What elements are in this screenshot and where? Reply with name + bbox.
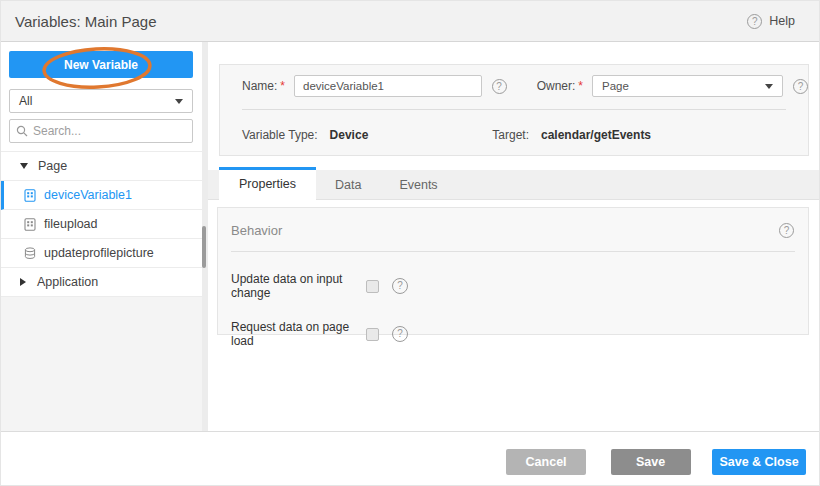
scrollbar-thumb[interactable] bbox=[202, 226, 206, 268]
target-value: calendar/getEvents bbox=[541, 128, 651, 142]
tree-item-devicevariable1[interactable]: deviceVariable1 bbox=[1, 181, 202, 210]
target-label: Target: bbox=[492, 128, 529, 142]
expand-arrow-icon bbox=[20, 278, 26, 286]
cancel-button[interactable]: Cancel bbox=[506, 449, 586, 475]
tree-group-application[interactable]: Application bbox=[1, 268, 202, 297]
tab-events[interactable]: Events bbox=[380, 170, 456, 199]
tab-properties[interactable]: Properties bbox=[219, 167, 316, 201]
new-variable-button[interactable]: New Variable bbox=[9, 51, 193, 78]
variables-tree: Page deviceVariable1 bbox=[1, 151, 202, 297]
variable-summary-panel: Name: * Owner: * Page bbox=[219, 64, 809, 156]
owner-value: Page bbox=[602, 80, 629, 92]
search-input[interactable] bbox=[33, 124, 186, 138]
behavior-help-icon[interactable] bbox=[779, 223, 794, 238]
option-label: Update data on input change bbox=[231, 272, 366, 300]
page-title: Variables: Main Page bbox=[15, 13, 156, 30]
name-help-icon[interactable] bbox=[492, 79, 507, 94]
tree-item-label: deviceVariable1 bbox=[44, 188, 132, 202]
update-on-input-change-checkbox[interactable] bbox=[366, 280, 379, 293]
behavior-title: Behavior bbox=[231, 223, 282, 238]
option-help-icon[interactable] bbox=[392, 326, 408, 342]
service-variable-icon bbox=[24, 247, 36, 260]
tree-group-label: Application bbox=[37, 275, 98, 289]
tree-group-page[interactable]: Page bbox=[1, 152, 202, 181]
device-variable-icon bbox=[24, 189, 36, 202]
option-help-icon[interactable] bbox=[392, 278, 408, 294]
owner-group: Owner: * Page bbox=[537, 75, 808, 97]
help-label: Help bbox=[769, 14, 795, 28]
variable-search bbox=[9, 119, 193, 143]
tab-data[interactable]: Data bbox=[316, 170, 380, 199]
variables-dialog: Variables: Main Page Help New Variable A… bbox=[0, 0, 820, 486]
tree-item-updateprofilepicture[interactable]: updateprofilepicture bbox=[1, 239, 202, 268]
variable-type-label: Variable Type: bbox=[242, 128, 318, 142]
variables-sidebar: New Variable All Page bbox=[1, 42, 202, 431]
search-icon bbox=[16, 125, 28, 137]
detail-tabs: Properties Data Events bbox=[208, 170, 819, 200]
collapse-arrow-icon bbox=[20, 163, 28, 169]
variable-detail-panel: Name: * Owner: * Page bbox=[208, 42, 819, 431]
owner-help-icon[interactable] bbox=[793, 79, 808, 94]
request-on-page-load-checkbox[interactable] bbox=[366, 328, 379, 341]
behavior-header: Behavior bbox=[218, 208, 808, 238]
help-icon bbox=[747, 14, 762, 29]
name-input[interactable] bbox=[294, 75, 482, 97]
owner-select[interactable]: Page bbox=[592, 75, 783, 97]
sidebar-scrollbar[interactable] bbox=[202, 42, 208, 431]
tree-group-label: Page bbox=[38, 159, 67, 173]
device-variable-icon bbox=[24, 218, 36, 231]
option-label: Request data on page load bbox=[231, 320, 366, 348]
owner-label: Owner: bbox=[537, 79, 576, 93]
variable-type-value: Device bbox=[330, 128, 369, 142]
behavior-divider bbox=[231, 251, 795, 252]
target-group: Target: calendar/getEvents bbox=[492, 128, 651, 142]
chevron-down-icon bbox=[765, 84, 773, 89]
save-and-close-button[interactable]: Save & Close bbox=[712, 449, 806, 475]
tree-item-label: updateprofilepicture bbox=[44, 246, 154, 260]
panel-divider bbox=[242, 109, 786, 110]
option-update-on-input-change: Update data on input change bbox=[218, 272, 808, 300]
behavior-section: Behavior Update data on input change Req… bbox=[217, 207, 809, 335]
name-owner-row: Name: * Owner: * Page bbox=[220, 65, 808, 97]
help-button[interactable]: Help bbox=[747, 14, 795, 29]
dialog-footer: Cancel Save Save & Close bbox=[1, 431, 819, 486]
tree-item-fileupload[interactable]: fileupload bbox=[1, 210, 202, 239]
option-request-on-page-load: Request data on page load bbox=[218, 320, 808, 348]
sidebar-controls: New Variable All bbox=[1, 42, 202, 143]
chevron-down-icon bbox=[175, 99, 183, 104]
required-marker: * bbox=[280, 79, 285, 93]
sidebar-filler bbox=[1, 297, 202, 431]
dialog-body: New Variable All Page bbox=[1, 42, 819, 431]
type-target-row: Variable Type: Device Target: calendar/g… bbox=[220, 128, 808, 142]
required-marker: * bbox=[578, 79, 583, 93]
variable-filter-select[interactable]: All bbox=[9, 89, 193, 113]
name-label: Name: bbox=[242, 79, 277, 93]
dialog-header: Variables: Main Page Help bbox=[1, 1, 819, 42]
save-button[interactable]: Save bbox=[611, 449, 691, 475]
variable-filter-value: All bbox=[19, 94, 32, 108]
tree-item-label: fileupload bbox=[44, 217, 98, 231]
